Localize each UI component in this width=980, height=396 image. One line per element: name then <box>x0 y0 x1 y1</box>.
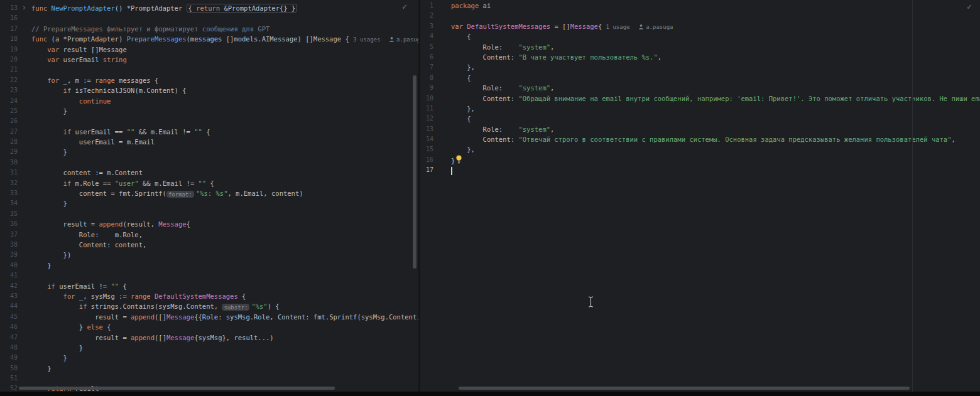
code-line[interactable]: if isTechnicalJSON(m.Content) { <box>31 85 418 95</box>
split-divider[interactable] <box>418 0 420 392</box>
code-line[interactable]: } <box>451 155 980 165</box>
inlay-parameter-hint[interactable]: substr: <box>222 304 249 311</box>
line-number[interactable]: 1 <box>420 1 451 11</box>
code-line[interactable]: } <box>31 363 418 373</box>
line-number[interactable]: 19 <box>0 45 31 55</box>
line-number[interactable]: 28 <box>0 137 31 147</box>
code-line[interactable]: for _, sysMsg := range DefaultSystemMess… <box>31 291 418 301</box>
line-number[interactable]: 51 <box>0 373 31 383</box>
inspections-ok-icon[interactable]: ✓ <box>402 2 407 11</box>
code-line[interactable]: userEmail = m.Email <box>31 137 418 147</box>
editor-pane-left[interactable]: 13›1617181920212223242526272829303132333… <box>0 0 418 392</box>
line-number[interactable]: 13 <box>420 124 451 134</box>
code-line[interactable]: if userEmail == "" && m.Email != "" { <box>31 127 418 137</box>
line-number[interactable]: 34 <box>0 198 31 208</box>
code-line[interactable] <box>31 116 418 126</box>
code-line[interactable]: } <box>31 343 418 353</box>
code-line[interactable]: var result []Message <box>31 45 418 55</box>
code-line[interactable] <box>451 11 980 21</box>
code-line[interactable]: Role: "system", <box>451 83 980 93</box>
code-line[interactable]: package ai <box>451 1 980 11</box>
code-line[interactable]: { <box>451 73 980 83</box>
line-number[interactable]: 22 <box>0 75 31 85</box>
line-number[interactable]: 50 <box>0 363 31 373</box>
line-number[interactable]: 7 <box>420 62 451 72</box>
line-number[interactable]: 31 <box>0 168 31 178</box>
line-number[interactable]: 38 <box>0 240 31 250</box>
line-number[interactable]: 15 <box>420 144 451 154</box>
code-line[interactable] <box>31 209 418 219</box>
line-number[interactable]: 43 <box>0 291 31 301</box>
code-line[interactable]: Role: m.Role, <box>31 230 418 240</box>
editor-pane-right[interactable]: 1234567891011121314151617 package aivar … <box>420 0 980 392</box>
code-vision-hint[interactable]: 1 usage <box>606 24 630 30</box>
line-number[interactable]: 33 <box>0 188 31 198</box>
intention-bulb-icon[interactable] <box>455 155 462 166</box>
code-line[interactable]: { <box>451 114 980 124</box>
line-number[interactable]: 32 <box>0 178 31 188</box>
code-line[interactable]: // PrepareMessages фильтрует и форматиру… <box>31 24 418 34</box>
inlay-parameter-hint[interactable]: format: <box>166 191 194 198</box>
code-line[interactable]: } <box>31 198 418 208</box>
line-number[interactable]: 30 <box>0 158 31 168</box>
line-number[interactable]: 5 <box>420 42 451 52</box>
line-number[interactable]: 36 <box>0 219 31 229</box>
code-line[interactable]: func NewPromptAdapter() *PromptAdapter {… <box>31 3 418 13</box>
code-line[interactable]: }, <box>451 104 980 114</box>
line-number[interactable]: 46 <box>0 322 31 332</box>
line-number[interactable]: 48 <box>0 343 31 353</box>
horizontal-scrollbar-left[interactable] <box>19 387 335 390</box>
line-number[interactable]: 40 <box>0 260 31 270</box>
code-line[interactable]: continue <box>31 96 418 106</box>
folded-region-box[interactable]: { return &PromptAdapter{} } <box>187 4 298 13</box>
line-number[interactable]: 13› <box>0 3 31 13</box>
code-line[interactable]: Content: "Обращай внимание на email внут… <box>451 94 980 104</box>
line-number[interactable]: 17 <box>420 165 451 175</box>
code-line[interactable]: } <box>31 147 418 157</box>
code-line[interactable]: func (a *PromptAdapter) PrepareMessages(… <box>31 34 418 44</box>
code-line[interactable] <box>31 270 418 281</box>
line-number[interactable]: 45 <box>0 312 31 322</box>
code-line[interactable]: content = fmt.Sprintf(format:"%s: %s", m… <box>31 188 418 198</box>
code-line[interactable]: Content: "В чате участвует пользователь … <box>451 52 980 62</box>
code-line[interactable]: if strings.Contains(sysMsg.Content, subs… <box>31 301 418 311</box>
code-line[interactable] <box>31 13 418 23</box>
line-number[interactable]: 18 <box>0 34 31 44</box>
line-number[interactable]: 23 <box>0 85 31 95</box>
code-line[interactable]: Role: "system", <box>451 124 980 134</box>
line-number[interactable]: 16 <box>420 155 451 165</box>
code-line[interactable]: } <box>31 353 418 363</box>
line-number[interactable]: 4 <box>420 31 451 41</box>
line-number[interactable]: 14 <box>420 134 451 144</box>
line-number[interactable]: 16 <box>0 13 31 23</box>
line-number[interactable]: 3 <box>420 21 451 31</box>
code-line[interactable] <box>31 158 418 168</box>
code-line[interactable]: }) <box>31 250 418 260</box>
line-number[interactable]: 35 <box>0 209 31 219</box>
line-number[interactable]: 26 <box>0 116 31 126</box>
line-number[interactable]: 25 <box>0 106 31 116</box>
inspections-ok-icon[interactable]: ✓ <box>967 2 972 11</box>
code-line[interactable]: Role: "system", <box>451 42 980 52</box>
code-line[interactable]: var DefaultSystemMessages = []Message{ 1… <box>451 21 980 31</box>
code-line[interactable]: }, <box>451 144 980 154</box>
line-number[interactable]: 24 <box>0 96 31 106</box>
code-line[interactable] <box>451 165 980 175</box>
vertical-scrollbar-left[interactable] <box>413 75 416 269</box>
code-vision-hint[interactable]: 3 usages <box>353 36 380 43</box>
line-number[interactable]: 29 <box>0 147 31 157</box>
code-line[interactable]: result = append([]Message{{Role: sysMsg.… <box>31 312 418 322</box>
line-number[interactable]: 12 <box>420 114 451 124</box>
line-number[interactable]: 27 <box>0 127 31 137</box>
code-area-right[interactable]: package aivar DefaultSystemMessages = []… <box>451 1 980 392</box>
code-area-left[interactable]: func NewPromptAdapter() *PromptAdapter {… <box>31 3 418 392</box>
line-number[interactable]: 2 <box>420 11 451 21</box>
line-number[interactable]: 44 <box>0 301 31 311</box>
code-line[interactable]: Content: "Отвечай строго в соответствии … <box>451 134 980 144</box>
code-line[interactable]: var userEmail string <box>31 55 418 65</box>
code-line[interactable]: } else { <box>31 322 418 332</box>
code-line[interactable]: for _, m := range messages { <box>31 75 418 85</box>
code-line[interactable] <box>31 65 418 75</box>
code-line[interactable]: content := m.Content <box>31 168 418 178</box>
line-number[interactable]: 49 <box>0 353 31 363</box>
